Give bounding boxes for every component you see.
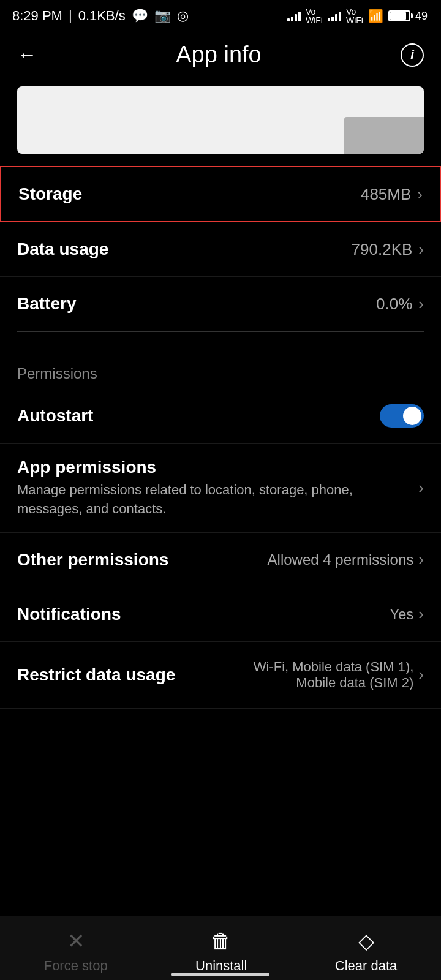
uninstall-icon: 🗑 xyxy=(211,929,232,953)
notifications-row[interactable]: Notifications Yes › xyxy=(0,587,441,642)
other-permissions-label: Other permissions xyxy=(17,550,168,570)
storage-label: Storage xyxy=(18,184,82,204)
battery-chevron: › xyxy=(418,295,424,314)
permissions-section-label: Permissions xyxy=(0,350,441,388)
data-usage-value: 790.2KB xyxy=(352,240,413,259)
clear-data-action[interactable]: ◇ Clear data xyxy=(335,929,398,974)
restrict-data-usage-row[interactable]: Restrict data usage Wi-Fi, Mobile data (… xyxy=(0,642,441,709)
restrict-data-usage-value: Wi-Fi, Mobile data (SIM 1), Mobile data … xyxy=(240,659,413,691)
notifications-value: Yes xyxy=(390,606,413,623)
app-permissions-title: App permissions xyxy=(17,458,360,477)
autostart-toggle[interactable] xyxy=(380,404,424,428)
vo-wifi-label-1: VoWiFi xyxy=(306,7,323,24)
bottom-action-bar: ✕ Force stop 🗑 Uninstall ◇ Clear data xyxy=(0,916,441,980)
app-permissions-chevron: › xyxy=(418,478,424,497)
signal-bars-1 xyxy=(287,10,301,21)
clear-data-label: Clear data xyxy=(335,958,398,974)
force-stop-action[interactable]: ✕ Force stop xyxy=(44,929,108,974)
battery-label: Battery xyxy=(17,294,76,314)
app-banner xyxy=(17,86,424,154)
battery-value-group: 0.0% › xyxy=(376,295,424,314)
data-usage-label: Data usage xyxy=(17,239,108,259)
app-banner-overlay xyxy=(344,117,424,154)
autostart-label: Autostart xyxy=(17,406,93,426)
signal-bars-2 xyxy=(328,10,341,21)
storage-value-group: 485MB › xyxy=(361,185,423,204)
section-gap xyxy=(0,332,441,350)
status-speed: | xyxy=(69,8,72,24)
uninstall-action[interactable]: 🗑 Uninstall xyxy=(195,929,247,974)
other-permissions-chevron: › xyxy=(418,550,424,569)
data-usage-row[interactable]: Data usage 790.2KB › xyxy=(0,222,441,277)
uninstall-label: Uninstall xyxy=(195,958,247,974)
data-usage-value-group: 790.2KB › xyxy=(352,240,424,259)
status-right: VoWiFi VoWiFi 📶 49 xyxy=(287,7,429,24)
status-time: 8:29 PM xyxy=(12,8,62,24)
storage-row[interactable]: Storage 485MB › xyxy=(0,166,441,222)
info-button[interactable]: i xyxy=(401,43,424,67)
toggle-knob xyxy=(403,407,421,425)
page-title: App info xyxy=(176,42,261,68)
whatsapp-icon: 💬 xyxy=(132,8,148,24)
app-permissions-row[interactable]: App permissions Manage permissions relat… xyxy=(0,444,441,533)
force-stop-icon: ✕ xyxy=(67,929,85,953)
battery-text: 49 xyxy=(415,10,428,23)
battery-row[interactable]: Battery 0.0% › xyxy=(0,277,441,331)
storage-value: 485MB xyxy=(361,185,411,204)
force-stop-label: Force stop xyxy=(44,958,108,974)
bottom-spacer xyxy=(0,709,441,788)
other-permissions-value: Allowed 4 permissions xyxy=(268,551,414,568)
app-permissions-text: App permissions Manage permissions relat… xyxy=(17,458,360,519)
battery-icon xyxy=(388,10,410,21)
back-button[interactable]: ← xyxy=(17,43,37,66)
home-indicator xyxy=(172,973,270,976)
autostart-row[interactable]: Autostart xyxy=(0,388,441,444)
status-bar: 8:29 PM | 0.1KB/s 💬 📷 ◎ VoWiFi VoWiFi 📶 … xyxy=(0,0,441,29)
data-usage-chevron: › xyxy=(418,240,424,259)
wifi-icon: 📶 xyxy=(368,9,383,23)
storage-chevron: › xyxy=(417,185,423,204)
other-permissions-value-group: Allowed 4 permissions › xyxy=(268,550,424,569)
status-network-speed: 0.1KB/s xyxy=(78,8,126,24)
restrict-data-usage-value-group: Wi-Fi, Mobile data (SIM 1), Mobile data … xyxy=(240,659,424,691)
vo-wifi-label-2: VoWiFi xyxy=(346,7,363,24)
restrict-data-usage-chevron: › xyxy=(418,665,424,684)
clear-data-icon: ◇ xyxy=(358,929,374,953)
notifications-value-group: Yes › xyxy=(390,605,424,624)
chrome-icon: ◎ xyxy=(177,8,189,24)
instagram-icon: 📷 xyxy=(154,8,171,24)
other-permissions-row[interactable]: Other permissions Allowed 4 permissions … xyxy=(0,533,441,587)
notifications-label: Notifications xyxy=(17,605,121,624)
header: ← App info i xyxy=(0,29,441,80)
notifications-chevron: › xyxy=(418,605,424,624)
status-left: 8:29 PM | 0.1KB/s 💬 📷 ◎ xyxy=(12,8,189,24)
restrict-data-usage-label: Restrict data usage xyxy=(17,665,175,685)
battery-value: 0.0% xyxy=(376,295,412,314)
app-permissions-subtitle: Manage permissions related to location, … xyxy=(17,481,360,519)
